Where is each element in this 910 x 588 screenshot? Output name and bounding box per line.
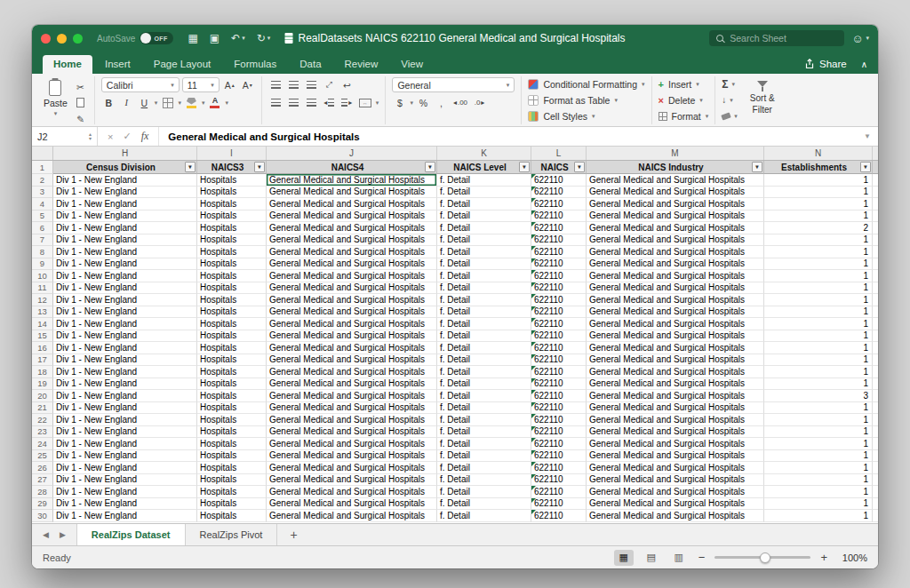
row-number[interactable]: 25 [32,450,53,463]
cell[interactable]: Hospitals [197,198,267,211]
cell[interactable]: General Medical and Surgical Hospitals [587,510,764,522]
cell[interactable]: 622110 [531,486,587,498]
column-header-N[interactable]: N [764,147,873,160]
row-number[interactable]: 3 [32,187,53,199]
cell[interactable]: General Medical and Surgical Hospitals [587,378,764,391]
cell[interactable]: Hospitals [197,414,267,426]
currency-caret-icon[interactable]: ▾ [410,99,413,107]
increase-font-icon[interactable]: A▴ [222,77,237,92]
cell[interactable]: Div 1 - New England [53,342,197,354]
cell[interactable]: General Medical and Surgical Hospitals [587,474,764,487]
cell[interactable]: Div 1 - New England [53,486,197,498]
column-header-M[interactable]: M [587,147,764,160]
ribbon-tab-home[interactable]: Home [43,55,92,74]
cell[interactable]: 622110 [531,414,587,426]
cell[interactable]: f. Detail [437,510,531,522]
cell[interactable]: Div 1 - New England [53,498,197,511]
select-all-corner[interactable] [32,147,53,160]
page-layout-view-icon[interactable]: ▤ [642,550,661,566]
cell[interactable]: General Medical and Surgical Hospitals [267,462,437,474]
cell[interactable]: Div 1 - New England [53,462,197,474]
prev-sheet-icon[interactable]: ◀ [43,530,49,539]
formula-input[interactable]: General Medical and Surgical Hospitals [159,131,864,142]
ribbon-tab-view[interactable]: View [390,55,434,74]
zoom-slider[interactable] [714,556,810,559]
cell[interactable]: General Medical and Surgical Hospitals [267,234,437,247]
autosave-toggle[interactable]: AutoSave OFF [97,32,173,44]
cell[interactable]: 1 [764,474,873,487]
cell[interactable]: 622110 [531,294,587,306]
bold-button[interactable]: B [101,95,116,110]
align-bottom-icon[interactable] [304,77,319,92]
borders-icon[interactable] [160,95,175,110]
cell[interactable]: Div 1 - New England [53,270,197,282]
cell[interactable]: 1 [764,282,873,295]
font-color-caret-icon[interactable]: ▾ [225,99,228,107]
cell[interactable]: 1 [764,462,873,474]
merge-center-icon[interactable]: ↔ [357,95,373,110]
cell[interactable]: f. Detail [437,366,531,378]
cell[interactable]: General Medical and Surgical Hospitals [267,402,437,415]
row-number[interactable]: 8 [32,246,53,258]
search-sheet-box[interactable] [709,30,844,46]
header-cell-L[interactable]: NAICS▾ [531,161,587,174]
cell[interactable]: 1 [764,354,873,367]
cell[interactable]: 622110 [531,234,587,247]
decrease-decimal-icon[interactable]: .0▸ [472,95,487,110]
cell[interactable]: Div 1 - New England [53,330,197,343]
cell[interactable]: Hospitals [197,498,267,511]
cell[interactable]: f. Detail [437,246,531,258]
cell[interactable]: Hospitals [197,378,267,391]
cell[interactable]: 1 [764,211,873,223]
cell[interactable]: 622110 [531,306,587,319]
cell[interactable]: Div 1 - New England [53,354,197,367]
cell[interactable]: f. Detail [437,354,531,367]
copy-icon[interactable] [73,95,88,110]
cell[interactable]: General Medical and Surgical Hospitals [267,378,437,391]
cell[interactable]: f. Detail [437,306,531,319]
cell[interactable]: General Medical and Surgical Hospitals [587,486,764,498]
cell[interactable]: 1 [764,498,873,511]
close-button[interactable] [41,34,51,44]
format-cells-button[interactable]: Format ▾ [659,110,709,123]
cell[interactable]: Hospitals [197,330,267,343]
cell[interactable]: 622110 [531,270,587,282]
align-left-icon[interactable] [268,95,283,110]
cell[interactable]: General Medical and Surgical Hospitals [267,498,437,511]
cell[interactable]: Hospitals [197,342,267,354]
column-header-L[interactable]: L [531,147,587,160]
format-as-table-button[interactable]: Format as Table ▾ [528,93,644,107]
cell[interactable]: 622110 [531,187,587,199]
name-box-spinner-icon[interactable]: ▴▾ [89,132,92,141]
cell[interactable]: Hospitals [197,390,267,402]
cell[interactable]: 622110 [531,390,587,402]
cell[interactable]: Div 1 - New England [53,187,197,199]
delete-cells-button[interactable]: × Delete ▾ [659,93,709,107]
row-number[interactable]: 5 [32,211,53,223]
cell[interactable]: 622110 [531,246,587,258]
cell[interactable]: General Medical and Surgical Hospitals [267,174,437,187]
cell[interactable]: General Medical and Surgical Hospitals [267,306,437,319]
cell[interactable]: Div 1 - New England [53,211,197,223]
cell[interactable]: 1 [764,366,873,378]
cell[interactable]: Div 1 - New England [53,450,197,463]
cell[interactable]: General Medical and Surgical Hospitals [267,222,437,234]
autosum-button[interactable]: Σ ▾ [722,77,738,91]
row-number[interactable]: 26 [32,462,53,474]
cell[interactable]: General Medical and Surgical Hospitals [267,270,437,282]
orientation-icon[interactable]: ⤢ [322,77,337,92]
cell[interactable]: 622110 [531,282,587,295]
cell[interactable]: Div 1 - New England [53,294,197,306]
cell[interactable]: General Medical and Surgical Hospitals [267,474,437,487]
search-input[interactable] [730,33,837,44]
decrease-indent-icon[interactable]: ◂ [322,95,337,110]
cell[interactable]: 1 [764,246,873,258]
row-number[interactable]: 14 [32,318,53,330]
cell[interactable]: General Medical and Surgical Hospitals [587,187,764,199]
cell[interactable]: Div 1 - New England [53,438,197,450]
cell[interactable]: General Medical and Surgical Hospitals [587,306,764,319]
cell[interactable]: General Medical and Surgical Hospitals [587,438,764,450]
cell[interactable]: f. Detail [437,342,531,354]
cell[interactable]: General Medical and Surgical Hospitals [587,270,764,282]
cell[interactable]: f. Detail [437,378,531,391]
